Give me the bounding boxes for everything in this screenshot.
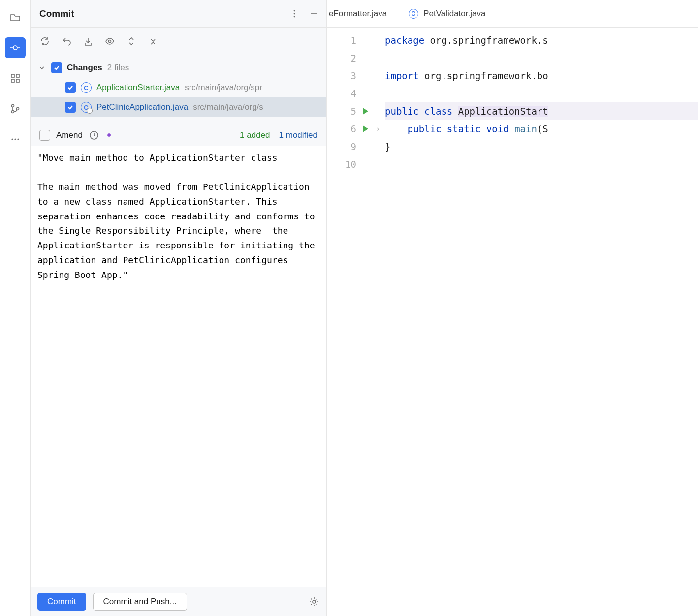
more-tool-button[interactable] (5, 129, 26, 150)
commit-panel-header: Commit (31, 0, 326, 28)
diff-preview-icon[interactable] (104, 36, 115, 47)
file-path: src/main/java/org/spr (185, 83, 262, 92)
file-checkbox[interactable] (65, 82, 76, 93)
file-checkbox[interactable] (65, 102, 76, 113)
svg-point-14 (109, 40, 111, 43)
svg-point-6 (11, 111, 14, 113)
gutter-line: 5 (327, 102, 371, 120)
editor-area: eFormatter.java C PetValidator.java 1234… (327, 0, 698, 616)
commit-panel: Commit Changes 2 files C ApplicationStar (31, 0, 327, 616)
run-gutter-icon[interactable] (363, 125, 368, 132)
file-name: ApplicationStarter.java (96, 83, 180, 92)
structure-tool-button[interactable] (5, 68, 26, 89)
gutter-line: 2 (327, 49, 371, 67)
tab-label: eFormatter.java (329, 9, 387, 19)
class-file-icon: C (81, 82, 92, 93)
editor-tab[interactable]: C PetValidator.java (398, 0, 496, 27)
code-line[interactable] (385, 49, 698, 67)
commit-and-push-button[interactable]: Commit and Push... (93, 593, 187, 611)
expand-collapse-icon[interactable] (148, 36, 159, 47)
svg-point-10 (17, 138, 19, 140)
changes-label: Changes (67, 63, 102, 73)
code-line[interactable] (385, 85, 698, 102)
shelve-icon[interactable] (83, 36, 94, 47)
svg-point-13 (294, 16, 295, 17)
svg-point-16 (313, 600, 316, 603)
fold-icon[interactable]: › (376, 120, 380, 138)
file-name: PetClinicApplication.java (96, 102, 188, 112)
gutter-line: 10 (327, 155, 371, 173)
commit-footer: Commit Commit and Push... (31, 587, 326, 616)
svg-rect-3 (11, 79, 14, 82)
files-count: 2 files (107, 63, 129, 73)
gutter-line: 9 (327, 138, 371, 155)
commit-button[interactable]: Commit (37, 593, 86, 611)
options-icon[interactable] (289, 8, 300, 19)
svg-point-9 (14, 138, 16, 140)
code-line[interactable]: } (385, 138, 698, 155)
editor-code[interactable]: package org.springframework.simport org.… (371, 28, 698, 616)
rollback-icon[interactable] (61, 36, 72, 47)
changes-checkbox[interactable] (51, 62, 62, 73)
project-tool-button[interactable] (5, 7, 26, 28)
amend-label: Amend (56, 130, 83, 140)
run-gutter-icon[interactable] (363, 108, 368, 115)
class-file-icon: C (409, 9, 418, 19)
stat-modified: 1 modified (279, 130, 317, 140)
group-by-icon[interactable] (126, 36, 137, 47)
code-line[interactable]: import org.springframework.bo (385, 67, 698, 85)
changed-file-row[interactable]: C PetClinicApplication.java src/main/jav… (31, 97, 326, 117)
gutter-line: 4 (327, 85, 371, 102)
refresh-icon[interactable] (39, 36, 50, 47)
gear-icon[interactable] (309, 596, 319, 607)
svg-rect-4 (16, 79, 19, 82)
tab-label: PetValidator.java (423, 9, 485, 19)
svg-point-8 (11, 138, 13, 140)
git-tool-button[interactable] (5, 98, 26, 119)
svg-point-5 (11, 105, 14, 107)
class-file-icon: C (81, 102, 92, 113)
gutter-line: 3 (327, 67, 371, 85)
file-path: src/main/java/org/s (193, 102, 263, 112)
editor-gutter: 123456›910 (327, 28, 371, 616)
svg-rect-1 (11, 74, 14, 77)
commit-message-input[interactable] (31, 146, 326, 587)
changed-file-row[interactable]: C ApplicationStarter.java src/main/java/… (31, 78, 326, 97)
svg-point-12 (294, 13, 295, 14)
svg-rect-2 (16, 74, 19, 77)
history-icon[interactable] (89, 130, 99, 141)
svg-point-7 (16, 108, 19, 110)
editor-body[interactable]: 123456›910 package org.springframework.s… (327, 28, 698, 616)
stat-added: 1 added (240, 130, 270, 140)
svg-point-11 (294, 10, 295, 11)
ai-sparkle-icon[interactable]: ✦ (105, 130, 113, 141)
gutter-line: 1 (327, 31, 371, 49)
amend-row: Amend ✦ 1 added 1 modified (31, 124, 326, 146)
editor-tabs: eFormatter.java C PetValidator.java (327, 0, 698, 28)
commit-tool-button[interactable] (5, 37, 26, 58)
gutter-line: 6› (327, 120, 371, 138)
amend-checkbox[interactable] (39, 130, 50, 141)
commit-toolbar (31, 28, 326, 55)
svg-point-0 (13, 46, 17, 50)
changes-tree: Changes 2 files C ApplicationStarter.jav… (31, 55, 326, 124)
code-line[interactable] (385, 155, 698, 173)
minimize-icon[interactable] (309, 8, 319, 19)
code-line[interactable]: package org.springframework.s (385, 31, 698, 49)
commit-panel-title: Commit (39, 8, 74, 19)
code-line[interactable]: public class ApplicationStart (385, 102, 698, 120)
editor-tab[interactable]: eFormatter.java (327, 0, 398, 27)
left-tool-rail (0, 0, 31, 616)
changes-node[interactable]: Changes 2 files (31, 58, 326, 78)
chevron-down-icon[interactable] (37, 62, 46, 73)
code-line[interactable]: public static void main(S (385, 120, 698, 138)
